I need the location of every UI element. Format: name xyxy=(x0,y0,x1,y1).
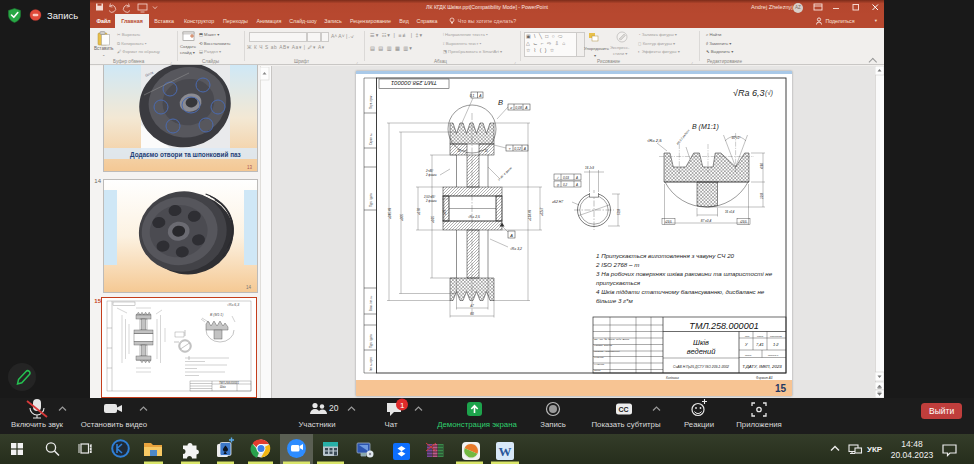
svg-text:◎: ◎ xyxy=(557,183,560,187)
svg-text:Включить звук: Включить звук xyxy=(11,420,64,429)
svg-text:Лист: Лист xyxy=(744,354,751,357)
svg-text:Приложения: Приложения xyxy=(736,420,782,429)
svg-text:√Ra 2,5: √Ra 2,5 xyxy=(468,215,480,219)
svg-text:4,90: 4,90 xyxy=(760,163,764,169)
svg-text:3 На робочих поверхнях шківа р: 3 На робочих поверхнях шківа раковини та… xyxy=(596,270,773,277)
svg-text:Т.ДАТУ, ІМКП, 2023: Т.ДАТУ, ІМКП, 2023 xyxy=(742,364,782,369)
svg-text:4 Шків піддати статичному бала: 4 Шків піддати статичному балансуванню, … xyxy=(596,288,765,295)
svg-text:У: У xyxy=(745,342,748,347)
svg-text:2 ISO 2768 – m: 2 ISO 2768 – m xyxy=(595,261,639,268)
svg-text:Демонстрация экрана: Демонстрация экрана xyxy=(437,420,517,429)
svg-text:0,03: 0,03 xyxy=(563,176,569,180)
svg-text:1:2: 1:2 xyxy=(773,342,779,347)
svg-text:Додаємо отвори та шпонковий па: Додаємо отвори та шпонковий паз xyxy=(130,151,241,159)
svg-text:⌀165: ⌀165 xyxy=(431,216,435,223)
svg-text:Перевір. Чернявський: Перевір. Чернявський xyxy=(594,350,620,353)
svg-text:Запись: Запись xyxy=(47,10,78,21)
svg-text:Літ: Літ xyxy=(744,335,749,338)
svg-text:Справ. №: Справ. № xyxy=(369,133,373,145)
svg-text:0,2: 0,2 xyxy=(563,183,568,187)
svg-text:⌀205: ⌀205 xyxy=(400,214,404,221)
svg-text:Перв. прим.: Перв. прим. xyxy=(369,94,373,109)
svg-text:В (М1:1): В (М1:1) xyxy=(210,313,223,317)
svg-text:⫽: ⫽ xyxy=(556,176,559,180)
svg-text:7,41: 7,41 xyxy=(756,342,764,347)
svg-text:ТМЛ.258.000001: ТМЛ.258.000001 xyxy=(219,381,240,385)
svg-text:Підп. і дата: Підп. і дата xyxy=(369,193,373,207)
svg-text:20: 20 xyxy=(329,403,339,413)
svg-text:B: B xyxy=(498,98,503,107)
svg-text:Масштаб: Масштаб xyxy=(770,335,782,338)
svg-text:20.04.2023: 20.04.2023 xyxy=(891,450,934,460)
svg-text:Маса: Маса xyxy=(757,335,764,338)
svg-text:53,8: 53,8 xyxy=(617,209,621,215)
svg-text:Т.контр.: Т.контр. xyxy=(594,356,604,359)
svg-text:√Ra 2,5: √Ra 2,5 xyxy=(647,138,662,143)
svg-text:CC: CC xyxy=(619,406,629,413)
svg-text:ведений: ведений xyxy=(687,347,716,356)
svg-text:14: 14 xyxy=(246,285,252,290)
svg-text:Розроб. Зленко: Розроб. Зленко xyxy=(594,344,613,347)
svg-text:60: 60 xyxy=(470,312,474,316)
svg-text:⌀52 Н7: ⌀52 Н7 xyxy=(552,200,563,204)
svg-text:1 Припускається виготовлення з: 1 Припускається виготовлення з чавуну СЧ… xyxy=(596,252,735,259)
svg-text:⌀134 h9: ⌀134 h9 xyxy=(528,210,532,221)
svg-text:ТМЛ.258.000001: ТМЛ.258.000001 xyxy=(391,80,437,86)
svg-text:Чат: Чат xyxy=(385,420,398,429)
svg-text:Шків: Шків xyxy=(693,338,709,347)
svg-text:16 ±0,4: 16 ±0,4 xyxy=(725,210,735,214)
svg-text:47: 47 xyxy=(470,304,474,308)
svg-text:більше 3 г*м: більше 3 г*м xyxy=(596,297,634,304)
svg-text:⌀245 h9: ⌀245 h9 xyxy=(388,208,392,219)
svg-text:⌀52к7: ⌀52к7 xyxy=(540,207,544,216)
svg-text:Шків: Шків xyxy=(220,385,226,389)
svg-text:Участники: Участники xyxy=(298,420,335,429)
svg-text:Затв.: Затв. xyxy=(594,369,601,372)
svg-text:90°±1°: 90°±1° xyxy=(731,136,741,140)
svg-text:16 Js9: 16 Js9 xyxy=(585,166,594,170)
svg-text:10: 10 xyxy=(457,149,461,153)
svg-text:t29,5: t29,5 xyxy=(665,220,672,224)
svg-text:1: 1 xyxy=(400,401,405,410)
svg-text:Н.контр.: Н.контр. xyxy=(594,363,605,366)
svg-text:Реакции: Реакции xyxy=(684,420,714,429)
svg-text:ТМЛ.258.000001: ТМЛ.258.000001 xyxy=(689,321,758,331)
svg-text:14:48: 14:48 xyxy=(901,439,923,449)
svg-text:Інв. № ориг.: Інв. № ориг. xyxy=(369,357,373,371)
svg-text:2 фаски: 2 фаски xyxy=(425,173,437,177)
svg-text:А: А xyxy=(575,176,578,180)
svg-text:УКР: УКР xyxy=(867,445,883,454)
svg-text:2 фаски: 2 фаски xyxy=(425,199,437,203)
svg-text:Запись: Запись xyxy=(540,420,566,429)
svg-text:припускається: припускається xyxy=(596,279,641,286)
svg-text:Копіював: Копіював xyxy=(666,376,679,380)
svg-text:А: А xyxy=(509,233,513,238)
svg-text:√Ra 6,3: √Ra 6,3 xyxy=(733,88,764,98)
svg-text:Підп. і дата: Підп. і дата xyxy=(369,334,373,348)
svg-text:Листів 1: Листів 1 xyxy=(767,354,779,357)
svg-text:R0,5 2 радіуси: R0,5 2 радіуси xyxy=(676,128,691,146)
svg-text:А: А xyxy=(478,94,482,98)
svg-text:⌖: ⌖ xyxy=(509,147,512,151)
svg-text:⌀170: ⌀170 xyxy=(417,208,421,215)
svg-text:⌀: ⌀ xyxy=(510,106,513,110)
svg-text:А: А xyxy=(523,147,527,151)
svg-text:√Ra 3,2: √Ra 3,2 xyxy=(510,247,522,251)
svg-text:W: W xyxy=(499,444,512,459)
svg-text:⌀75: ⌀75 xyxy=(443,210,447,215)
svg-text:13: 13 xyxy=(247,165,253,170)
svg-text:0,08: 0,08 xyxy=(515,106,522,110)
svg-text:А: А xyxy=(575,183,578,187)
svg-text:2×45° 4 фаски: 2×45° 4 фаски xyxy=(496,165,513,182)
svg-text:Формат А3: Формат А3 xyxy=(756,376,773,380)
svg-text:t29,5: t29,5 xyxy=(740,220,747,224)
svg-text:В (М1:1): В (М1:1) xyxy=(692,123,719,131)
svg-text:СчАВ Н Пр25 ДСТУ ISO 209-1:200: СчАВ Н Пр25 ДСТУ ISO 209-1:2002 xyxy=(673,365,729,369)
svg-text:10: 10 xyxy=(484,149,488,153)
svg-text:А: А xyxy=(524,106,528,110)
svg-text:Остановить видео: Остановить видео xyxy=(81,420,148,429)
svg-text:Показать субтитры: Показать субтитры xyxy=(591,420,660,429)
svg-text:87 ±0,4: 87 ±0,4 xyxy=(701,219,712,223)
svg-text:10,8: 10,8 xyxy=(760,193,764,199)
svg-text:Взам. інв. №: Взам. інв. № xyxy=(369,296,373,311)
